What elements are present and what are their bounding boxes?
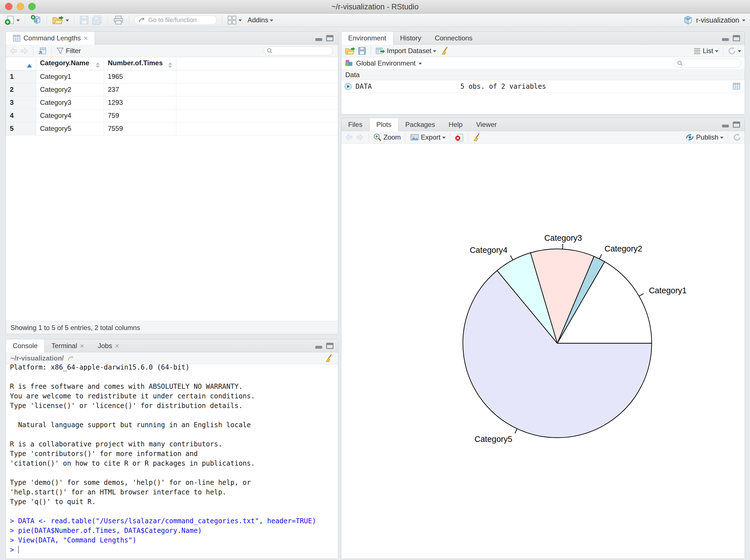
- filter-icon: [56, 47, 64, 55]
- print-button[interactable]: [113, 15, 124, 25]
- tab-connections[interactable]: Connections: [428, 32, 479, 44]
- tab-terminal[interactable]: Terminal ×: [45, 339, 91, 352]
- remove-plot-button[interactable]: [455, 133, 463, 142]
- table-row[interactable]: 5Category57559: [6, 122, 338, 135]
- import-dataset-button[interactable]: Import Dataset: [376, 47, 436, 55]
- export-plot-menu[interactable]: Export: [410, 133, 446, 141]
- console-prompt: >: [10, 546, 18, 554]
- tab-jobs[interactable]: Jobs ×: [91, 339, 126, 352]
- project-menu[interactable]: R r-visualization: [683, 15, 746, 25]
- publish-label: Publish: [696, 133, 718, 141]
- new-project-button[interactable]: R: [30, 15, 42, 25]
- zoom-plot-button[interactable]: Zoom: [373, 133, 401, 142]
- publish-button[interactable]: Publish: [685, 133, 724, 142]
- data-viewer-pane: Command Lengths ×: [6, 32, 338, 334]
- environment-scope-icon: [345, 59, 353, 67]
- table-search-input[interactable]: [275, 47, 330, 55]
- table-row[interactable]: 1Category11965: [6, 70, 338, 83]
- open-file-caret-icon[interactable]: [65, 20, 69, 21]
- minimize-pane-icon[interactable]: [722, 125, 729, 127]
- previous-plot-icon[interactable]: [345, 134, 353, 141]
- goto-file-input[interactable]: [148, 16, 213, 24]
- working-directory: ~/r-visualization/: [11, 354, 64, 362]
- maximize-pane-icon[interactable]: [326, 35, 333, 41]
- new-file-caret-icon[interactable]: [16, 20, 20, 21]
- tab-packages[interactable]: Packages: [398, 118, 442, 131]
- goto-file-search[interactable]: [134, 15, 217, 25]
- refresh-button[interactable]: [728, 47, 741, 55]
- environment-object-row[interactable]: DATA 5 obs. of 2 variables: [341, 80, 745, 93]
- column-header-number-of-times[interactable]: Number.of.Times: [104, 57, 176, 70]
- pie-label: Category3: [544, 233, 582, 242]
- minimize-pane-icon[interactable]: [315, 38, 322, 41]
- table-row[interactable]: 2Category2237: [6, 83, 338, 96]
- maximize-pane-icon[interactable]: [733, 35, 740, 41]
- row-number: 3: [6, 96, 36, 109]
- close-tab-icon[interactable]: ×: [84, 35, 88, 42]
- tab-help[interactable]: Help: [442, 118, 469, 131]
- refresh-plot-icon[interactable]: [733, 133, 741, 142]
- save-all-icon: [92, 15, 103, 25]
- save-icon: [358, 47, 366, 55]
- row-number: 5: [6, 122, 36, 135]
- forward-icon[interactable]: [20, 47, 28, 55]
- close-tab-icon[interactable]: ×: [80, 342, 84, 349]
- addins-menu[interactable]: Addins: [248, 16, 273, 24]
- tab-files[interactable]: Files: [341, 118, 369, 131]
- clear-environment-broom-icon[interactable]: [441, 47, 449, 55]
- save-all-button[interactable]: [92, 15, 103, 25]
- table-search[interactable]: [264, 46, 333, 55]
- list-view-caret-icon: [715, 50, 718, 52]
- filter-button[interactable]: Filter: [56, 47, 81, 55]
- tab-viewer[interactable]: Viewer: [469, 118, 504, 131]
- view-table-icon[interactable]: [732, 82, 741, 92]
- clear-console-broom-icon[interactable]: [325, 354, 333, 362]
- minimize-pane-icon[interactable]: [315, 346, 322, 349]
- back-icon[interactable]: [9, 47, 18, 55]
- load-workspace-button[interactable]: [345, 47, 355, 55]
- maximize-pane-icon[interactable]: [733, 121, 740, 128]
- tab-console[interactable]: Console: [6, 339, 45, 352]
- cell-filler: [176, 96, 338, 109]
- console-prompt-line[interactable]: >: [10, 545, 338, 555]
- tab-command-lengths[interactable]: Command Lengths ×: [6, 32, 95, 45]
- tab-environment[interactable]: Environment: [341, 32, 393, 45]
- open-in-window-icon[interactable]: [67, 355, 75, 362]
- console-output-line: 'citation()' on how to cite R or R packa…: [10, 459, 338, 468]
- environment-scope-caret-icon[interactable]: [418, 63, 422, 65]
- row-number-header[interactable]: [6, 57, 36, 70]
- next-plot-icon[interactable]: [355, 134, 364, 141]
- pane-layout-button[interactable]: [227, 15, 242, 25]
- close-tab-icon[interactable]: ×: [115, 342, 119, 349]
- list-view-menu[interactable]: List: [693, 47, 718, 55]
- table-tab-icon: [13, 35, 21, 42]
- save-button[interactable]: [79, 15, 89, 25]
- popout-icon[interactable]: [38, 47, 47, 55]
- table-row[interactable]: 3Category31293: [6, 96, 338, 109]
- sort-ascending-icon: [27, 64, 32, 67]
- save-workspace-button[interactable]: [358, 47, 366, 55]
- console-body[interactable]: Platform: x86_64-apple-darwin15.6.0 (64-…: [6, 364, 338, 559]
- pane-layout-caret-icon[interactable]: [238, 20, 242, 21]
- tab-history[interactable]: History: [393, 32, 428, 44]
- plots-toolbar: Zoom Export: [341, 131, 745, 143]
- pane-window-buttons: [315, 339, 338, 352]
- column-header-category-name[interactable]: Category.Name: [36, 57, 104, 70]
- tab-plots[interactable]: Plots: [369, 118, 398, 131]
- clear-plots-broom-icon[interactable]: [473, 133, 481, 142]
- list-icon: [693, 47, 701, 54]
- import-dataset-icon: [376, 47, 385, 55]
- environment-search-input[interactable]: [685, 60, 738, 67]
- environment-scope-label[interactable]: Global Environment: [356, 59, 416, 67]
- new-file-button[interactable]: [4, 15, 20, 25]
- expand-object-icon[interactable]: [344, 82, 352, 91]
- cell-number-of-times: 1293: [104, 96, 176, 109]
- table-row[interactable]: 4Category4759: [6, 109, 338, 122]
- maximize-pane-icon[interactable]: [326, 343, 333, 349]
- minimize-pane-icon[interactable]: [722, 38, 729, 41]
- open-file-button[interactable]: [52, 15, 69, 25]
- pane-window-buttons: [315, 32, 338, 44]
- toolbar-separator: [222, 16, 222, 25]
- environment-search[interactable]: [674, 59, 741, 68]
- refresh-icon: [728, 47, 736, 55]
